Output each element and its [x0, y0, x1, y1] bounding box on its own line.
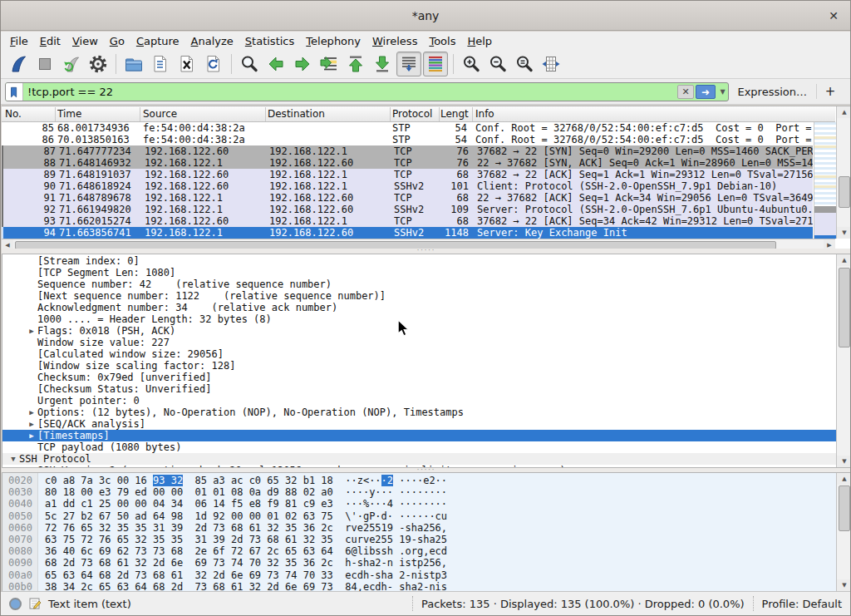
packet-row-87[interactable]: 8771.647777234192.168.122.60192.168.122.…	[2, 145, 813, 157]
hex-row-0020[interactable]: 0020c0 a8 7a 3c 00 16 93 32 85 a3 ac c0 …	[2, 475, 836, 486]
detail-line[interactable]: Urgent pointer: 0	[2, 395, 836, 407]
detail-line[interactable]: TCP payload (1080 bytes)	[2, 441, 836, 453]
detail-line[interactable]: Window size value: 227	[2, 337, 836, 348]
col-info[interactable]: Info	[475, 108, 494, 120]
menu-edit[interactable]: Edit	[34, 33, 66, 49]
scroll-up-arrow[interactable]: ▲	[837, 106, 851, 118]
detail-line[interactable]: ▼SSH Protocol	[2, 453, 836, 465]
detail-line[interactable]: Checksum: 0x79ed [unverified]	[2, 372, 836, 383]
reload-file-button[interactable]	[201, 52, 226, 76]
title-bar[interactable]: *any ✕	[1, 1, 850, 31]
menu-wireless[interactable]: Wireless	[366, 33, 423, 49]
menu-statistics[interactable]: Statistics	[239, 33, 300, 49]
filter-clear-button[interactable]: ✕	[677, 85, 694, 99]
auto-scroll-button[interactable]	[396, 52, 421, 76]
packet-minimap[interactable]	[814, 122, 836, 239]
menu-telephony[interactable]: Telephony	[300, 33, 366, 49]
detail-line[interactable]: [TCP Segment Len: 1080]	[2, 267, 836, 278]
colorize-button[interactable]	[423, 52, 448, 76]
expert-info-icon[interactable]	[9, 598, 22, 610]
zoom-out-button[interactable]	[485, 52, 510, 76]
hex-row-0060[interactable]: 006072 76 65 32 35 35 31 39 2d 73 68 61 …	[2, 522, 836, 534]
col-time[interactable]: Time	[57, 108, 81, 120]
col-length[interactable]: Length	[440, 108, 469, 120]
save-file-button[interactable]	[148, 52, 173, 76]
packet-row-89[interactable]: 8971.648191037192.168.122.60192.168.122.…	[2, 169, 813, 180]
packet-list-header[interactable]: No. Time Source Destination Protocol Len…	[2, 106, 835, 122]
detail-line[interactable]: 1000 .... = Header Length: 32 bytes (8)	[2, 313, 836, 325]
hex-vscrollbar[interactable]: ▲ ▼	[836, 473, 851, 591]
packet-row-90[interactable]: 9071.648618924192.168.122.60192.168.122.…	[2, 180, 813, 192]
zoom-reset-button[interactable]	[512, 52, 537, 76]
close-file-button[interactable]	[175, 52, 199, 76]
stop-capture-button[interactable]	[32, 52, 57, 76]
hex-row-0070[interactable]: 007063 75 72 76 65 32 35 35 31 39 2d 73 …	[2, 534, 836, 545]
packet-row-92[interactable]: 9271.661949820192.168.122.1192.168.122.6…	[2, 204, 813, 215]
scrollbar-thumb[interactable]	[839, 268, 850, 347]
detail-line[interactable]: [Stream index: 0]	[2, 255, 836, 267]
detail-line[interactable]: ▶Options: (12 bytes), No-Operation (NOP)…	[2, 407, 836, 418]
scroll-up-arrow[interactable]: ▲	[837, 473, 851, 485]
scroll-up-arrow[interactable]: ▲	[837, 254, 851, 266]
expression-button[interactable]: Expression…	[737, 86, 807, 98]
packet-row-86[interactable]: 8670.013850163fe:54:00:d4:38:2aSTP54Conf…	[2, 134, 813, 145]
expand-arrow-icon[interactable]: ▼	[7, 453, 19, 465]
start-capture-button[interactable]	[6, 52, 31, 76]
hex-row-0050[interactable]: 00505c 27 b2 67 50 ad 64 98 1d 92 00 00 …	[2, 510, 836, 522]
go-to-packet-button[interactable]	[317, 52, 342, 76]
filter-dropdown-button[interactable]: ▼	[717, 85, 728, 99]
hex-row-0040[interactable]: 0040a1 dd c1 25 00 00 04 34 06 14 f5 e8 …	[2, 498, 836, 510]
packet-row-85[interactable]: 8568.001734936fe:54:00:d4:38:2aSTP54Conf…	[2, 122, 813, 134]
open-file-button[interactable]	[121, 52, 146, 76]
last-packet-button[interactable]	[370, 52, 395, 76]
detail-line[interactable]: Sequence number: 42 (relative sequence n…	[2, 278, 836, 290]
hex-row-00b0[interactable]: 00b038 34 2c 65 63 64 68 2d 73 68 61 32 …	[2, 581, 836, 592]
next-packet-button[interactable]	[290, 52, 315, 76]
find-packet-button[interactable]	[237, 52, 262, 76]
detail-line[interactable]: [Checksum Status: Unverified]	[2, 383, 836, 395]
hex-row-0090[interactable]: 009068 2d 73 68 61 32 2d 6e 69 73 74 70 …	[2, 557, 836, 569]
col-no[interactable]: No.	[5, 108, 22, 120]
packet-row-91[interactable]: 9171.648789678192.168.122.1192.168.122.6…	[2, 192, 813, 204]
expand-arrow-icon[interactable]: ▶	[26, 430, 37, 441]
col-destination[interactable]: Destination	[268, 108, 325, 120]
details-vscrollbar[interactable]: ▲ ▼	[836, 254, 851, 467]
filter-add-button[interactable]: +	[822, 82, 839, 101]
menu-file[interactable]: File	[4, 33, 34, 49]
filter-bookmark-button[interactable]	[6, 83, 23, 101]
filter-value[interactable]: !tcp.port == 22	[23, 86, 677, 98]
scroll-down-arrow[interactable]: ▼	[837, 456, 851, 467]
detail-line[interactable]: ▶[Timestamps]	[2, 430, 836, 441]
hex-row-00a0[interactable]: 00a065 63 64 68 2d 73 68 61 32 2d 6e 69 …	[2, 569, 836, 581]
menu-view[interactable]: View	[66, 33, 104, 49]
col-source[interactable]: Source	[143, 108, 177, 120]
menu-capture[interactable]: Capture	[130, 33, 185, 49]
menu-help[interactable]: Help	[461, 33, 498, 49]
menu-analyze[interactable]: Analyze	[185, 33, 239, 49]
detail-line[interactable]: Acknowledgment number: 34 (relative ack …	[2, 302, 836, 313]
packet-row-88[interactable]: 8871.648146932192.168.122.1192.168.122.6…	[2, 157, 813, 169]
zoom-in-button[interactable]	[459, 52, 484, 76]
scroll-down-arrow[interactable]: ▼	[837, 227, 851, 239]
status-profile[interactable]: Profile: Default	[762, 598, 842, 610]
detail-line[interactable]: [Calculated window size: 29056]	[2, 348, 836, 360]
previous-packet-button[interactable]	[263, 52, 288, 76]
expand-arrow-icon[interactable]: ▶	[26, 325, 37, 337]
packet-row-94[interactable]: 9471.663856741192.168.122.1192.168.122.6…	[2, 227, 813, 239]
hex-row-0080[interactable]: 008036 40 6c 69 62 73 73 68 2e 6f 72 67 …	[2, 545, 836, 557]
scroll-down-arrow[interactable]: ▼	[837, 579, 851, 591]
detail-line[interactable]: ▶Flags: 0x018 (PSH, ACK)	[2, 325, 836, 337]
expand-arrow-icon[interactable]: ▶	[26, 407, 37, 418]
filter-apply-button[interactable]: ➜	[696, 85, 716, 99]
display-filter-input[interactable]: !tcp.port == 22 ✕ ➜ ▼	[5, 82, 729, 101]
packet-list-vscrollbar[interactable]: ▲ ▼	[836, 106, 851, 239]
col-protocol[interactable]: Protocol	[392, 108, 432, 120]
resize-columns-button[interactable]	[539, 52, 563, 76]
first-packet-button[interactable]	[343, 52, 368, 76]
detail-line[interactable]: [Window size scaling factor: 128]	[2, 360, 836, 372]
restart-capture-button[interactable]	[59, 52, 84, 76]
hex-row-0030[interactable]: 003080 18 00 e3 79 ed 00 00 01 01 08 0a …	[2, 486, 836, 498]
detail-line[interactable]: [Next sequence number: 1122 (relative se…	[2, 290, 836, 302]
scrollbar-thumb[interactable]	[839, 176, 850, 208]
detail-line[interactable]: ▶[SEQ/ACK analysis]	[2, 418, 836, 430]
